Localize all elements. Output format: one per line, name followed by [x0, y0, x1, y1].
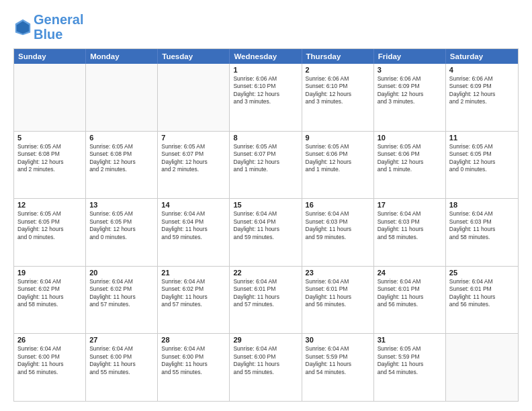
day-number: 28	[161, 336, 226, 344]
calendar-day-29: 29Sunrise: 6:04 AM Sunset: 6:00 PM Dayli…	[230, 334, 302, 401]
weekday-header: Tuesday	[158, 49, 230, 64]
day-number: 25	[449, 269, 515, 277]
day-info: Sunrise: 6:05 AM Sunset: 6:07 PM Dayligh…	[161, 143, 226, 174]
calendar-day-27: 27Sunrise: 6:04 AM Sunset: 6:00 PM Dayli…	[86, 334, 158, 401]
calendar-day-30: 30Sunrise: 6:04 AM Sunset: 5:59 PM Dayli…	[302, 334, 374, 401]
day-number: 6	[89, 134, 154, 142]
day-number: 16	[306, 201, 370, 209]
calendar-day-19: 19Sunrise: 6:04 AM Sunset: 6:02 PM Dayli…	[14, 267, 86, 334]
day-info: Sunrise: 6:04 AM Sunset: 6:04 PM Dayligh…	[233, 210, 298, 241]
day-info: Sunrise: 6:04 AM Sunset: 6:02 PM Dayligh…	[17, 278, 82, 309]
calendar-body: 1Sunrise: 6:06 AM Sunset: 6:10 PM Daylig…	[14, 64, 518, 401]
logo-text: General Blue	[34, 12, 83, 42]
day-number: 4	[449, 66, 515, 74]
weekday-header: Wednesday	[230, 49, 302, 64]
day-number: 2	[306, 66, 370, 74]
calendar-day-2: 2Sunrise: 6:06 AM Sunset: 6:10 PM Daylig…	[302, 64, 374, 131]
calendar-day-25: 25Sunrise: 6:04 AM Sunset: 6:01 PM Dayli…	[446, 267, 518, 334]
day-info: Sunrise: 6:04 AM Sunset: 6:02 PM Dayligh…	[89, 278, 154, 309]
day-number: 1	[233, 66, 298, 74]
day-info: Sunrise: 6:05 AM Sunset: 6:08 PM Dayligh…	[89, 143, 154, 174]
day-info: Sunrise: 6:05 AM Sunset: 6:08 PM Dayligh…	[17, 143, 82, 174]
day-number: 15	[233, 201, 298, 209]
day-info: Sunrise: 6:05 AM Sunset: 6:06 PM Dayligh…	[306, 143, 370, 174]
day-number: 18	[449, 201, 515, 209]
day-number: 14	[161, 201, 226, 209]
weekday-header: Sunday	[14, 49, 86, 64]
calendar-day-7: 7Sunrise: 6:05 AM Sunset: 6:07 PM Daylig…	[158, 132, 230, 199]
calendar-row: 26Sunrise: 6:04 AM Sunset: 6:00 PM Dayli…	[14, 334, 518, 401]
day-number: 10	[378, 134, 442, 142]
day-info: Sunrise: 6:04 AM Sunset: 6:01 PM Dayligh…	[306, 278, 370, 309]
day-info: Sunrise: 6:04 AM Sunset: 5:59 PM Dayligh…	[306, 345, 370, 376]
calendar-day-14: 14Sunrise: 6:04 AM Sunset: 6:04 PM Dayli…	[158, 199, 230, 266]
day-info: Sunrise: 6:04 AM Sunset: 6:03 PM Dayligh…	[306, 210, 370, 241]
day-info: Sunrise: 6:05 AM Sunset: 6:05 PM Dayligh…	[17, 210, 82, 241]
weekday-header: Saturday	[446, 49, 518, 64]
day-number: 26	[17, 336, 82, 344]
calendar-day-12: 12Sunrise: 6:05 AM Sunset: 6:05 PM Dayli…	[14, 199, 86, 266]
calendar-day-10: 10Sunrise: 6:05 AM Sunset: 6:06 PM Dayli…	[374, 132, 446, 199]
calendar-empty-cell	[446, 334, 518, 401]
day-number: 5	[17, 134, 82, 142]
day-info: Sunrise: 6:04 AM Sunset: 6:03 PM Dayligh…	[449, 210, 515, 241]
calendar-row: 19Sunrise: 6:04 AM Sunset: 6:02 PM Dayli…	[14, 267, 518, 334]
calendar-header: SundayMondayTuesdayWednesdayThursdayFrid…	[14, 49, 518, 64]
day-info: Sunrise: 6:04 AM Sunset: 6:03 PM Dayligh…	[378, 210, 442, 241]
calendar-day-8: 8Sunrise: 6:05 AM Sunset: 6:07 PM Daylig…	[230, 132, 302, 199]
day-number: 29	[233, 336, 298, 344]
day-number: 22	[233, 269, 298, 277]
calendar-day-16: 16Sunrise: 6:04 AM Sunset: 6:03 PM Dayli…	[302, 199, 374, 266]
day-info: Sunrise: 6:04 AM Sunset: 6:01 PM Dayligh…	[449, 278, 515, 309]
day-info: Sunrise: 6:06 AM Sunset: 6:10 PM Dayligh…	[233, 75, 298, 106]
calendar-day-26: 26Sunrise: 6:04 AM Sunset: 6:00 PM Dayli…	[14, 334, 86, 401]
calendar-day-4: 4Sunrise: 6:06 AM Sunset: 6:09 PM Daylig…	[446, 64, 518, 131]
day-info: Sunrise: 6:05 AM Sunset: 6:05 PM Dayligh…	[449, 143, 515, 174]
day-number: 19	[17, 269, 82, 277]
header: General Blue	[13, 12, 519, 42]
logo-icon	[13, 17, 32, 36]
day-number: 21	[161, 269, 226, 277]
calendar-day-31: 31Sunrise: 6:05 AM Sunset: 5:59 PM Dayli…	[374, 334, 446, 401]
calendar: SundayMondayTuesdayWednesdayThursdayFrid…	[13, 48, 519, 402]
calendar-day-20: 20Sunrise: 6:04 AM Sunset: 6:02 PM Dayli…	[86, 267, 158, 334]
calendar-row: 5Sunrise: 6:05 AM Sunset: 6:08 PM Daylig…	[14, 132, 518, 199]
day-number: 23	[306, 269, 370, 277]
calendar-row: 12Sunrise: 6:05 AM Sunset: 6:05 PM Dayli…	[14, 199, 518, 267]
calendar-day-13: 13Sunrise: 6:05 AM Sunset: 6:05 PM Dayli…	[86, 199, 158, 266]
calendar-day-21: 21Sunrise: 6:04 AM Sunset: 6:02 PM Dayli…	[158, 267, 230, 334]
day-info: Sunrise: 6:05 AM Sunset: 6:07 PM Dayligh…	[233, 143, 298, 174]
day-number: 11	[449, 134, 515, 142]
day-number: 12	[17, 201, 82, 209]
weekday-header: Friday	[374, 49, 446, 64]
day-info: Sunrise: 6:06 AM Sunset: 6:09 PM Dayligh…	[449, 75, 515, 106]
day-info: Sunrise: 6:04 AM Sunset: 6:01 PM Dayligh…	[378, 278, 442, 309]
day-info: Sunrise: 6:05 AM Sunset: 6:06 PM Dayligh…	[378, 143, 442, 174]
day-number: 30	[306, 336, 370, 344]
page: General Blue SundayMondayTuesdayWednesda…	[0, 0, 532, 411]
day-number: 20	[89, 269, 154, 277]
calendar-day-5: 5Sunrise: 6:05 AM Sunset: 6:08 PM Daylig…	[14, 132, 86, 199]
day-number: 9	[306, 134, 370, 142]
day-info: Sunrise: 6:04 AM Sunset: 6:04 PM Dayligh…	[161, 210, 226, 241]
calendar-day-3: 3Sunrise: 6:06 AM Sunset: 6:09 PM Daylig…	[374, 64, 446, 131]
calendar-day-24: 24Sunrise: 6:04 AM Sunset: 6:01 PM Dayli…	[374, 267, 446, 334]
calendar-empty-cell	[158, 64, 230, 131]
calendar-empty-cell	[14, 64, 86, 131]
day-number: 27	[89, 336, 154, 344]
calendar-day-9: 9Sunrise: 6:05 AM Sunset: 6:06 PM Daylig…	[302, 132, 374, 199]
day-number: 8	[233, 134, 298, 142]
day-info: Sunrise: 6:05 AM Sunset: 5:59 PM Dayligh…	[378, 345, 442, 376]
day-number: 17	[378, 201, 442, 209]
weekday-header: Monday	[86, 49, 158, 64]
logo: General Blue	[13, 12, 83, 42]
weekday-header: Thursday	[302, 49, 374, 64]
calendar-day-18: 18Sunrise: 6:04 AM Sunset: 6:03 PM Dayli…	[446, 199, 518, 266]
calendar-day-28: 28Sunrise: 6:04 AM Sunset: 6:00 PM Dayli…	[158, 334, 230, 401]
day-number: 13	[89, 201, 154, 209]
day-info: Sunrise: 6:05 AM Sunset: 6:05 PM Dayligh…	[89, 210, 154, 241]
day-info: Sunrise: 6:04 AM Sunset: 6:00 PM Dayligh…	[233, 345, 298, 376]
day-number: 31	[378, 336, 442, 344]
day-info: Sunrise: 6:04 AM Sunset: 6:00 PM Dayligh…	[17, 345, 82, 376]
calendar-day-17: 17Sunrise: 6:04 AM Sunset: 6:03 PM Dayli…	[374, 199, 446, 266]
